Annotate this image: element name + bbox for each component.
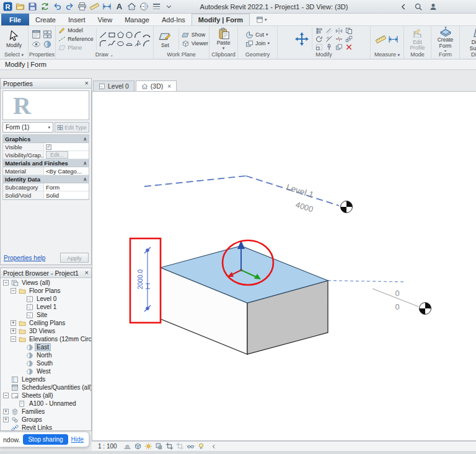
open-icon[interactable] xyxy=(15,1,25,12)
browser-item-sheets-all[interactable]: −Sheets (all) xyxy=(1,391,91,399)
dimension-icon[interactable] xyxy=(102,1,112,12)
sun-path-icon[interactable] xyxy=(144,442,153,451)
browser-item-level-0[interactable]: Level 0 xyxy=(1,295,91,303)
shadows-icon[interactable] xyxy=(155,442,164,451)
redo-icon[interactable] xyxy=(64,1,75,12)
tangent-arc-icon[interactable] xyxy=(143,31,151,39)
mirror-icon[interactable] xyxy=(335,27,344,35)
panel-label-select[interactable]: Select ▾ xyxy=(1,51,27,59)
level-0-head[interactable] xyxy=(420,303,431,315)
browser-item-east[interactable]: East xyxy=(1,343,91,351)
text-icon[interactable]: A xyxy=(114,1,125,12)
browser-item-groups[interactable]: +Groups xyxy=(1,416,91,424)
property-value[interactable]: <By Catego... xyxy=(44,167,89,175)
show-work-plane-button[interactable]: Show xyxy=(182,31,208,39)
collapse-icon[interactable]: − xyxy=(3,393,9,398)
materials-icon[interactable] xyxy=(42,40,53,49)
properties-help-link[interactable]: Properties help xyxy=(4,255,45,261)
divide-surface-button[interactable]: Divide Surface xyxy=(467,27,476,51)
crop-view-icon[interactable] xyxy=(165,442,174,451)
expand-icon[interactable]: + xyxy=(11,320,16,326)
reveal-hidden-icon[interactable] xyxy=(197,442,206,451)
properties-icon[interactable] xyxy=(31,30,42,39)
stop-sharing-button[interactable]: Stop sharing xyxy=(23,434,68,445)
browser-item-families[interactable]: +Families xyxy=(1,408,91,416)
temporary-hide-icon[interactable] xyxy=(187,442,195,451)
browser-item-west[interactable]: West xyxy=(1,367,91,375)
join-geometry-icon[interactable] xyxy=(335,43,344,51)
browser-item-views-all[interactable]: −Views (all) xyxy=(1,279,91,287)
sync-icon[interactable] xyxy=(40,1,50,12)
create-form-button[interactable]: Create Form ▾ xyxy=(433,27,458,51)
scale-button[interactable]: 1 : 100 xyxy=(98,443,117,450)
expand-icon[interactable]: + xyxy=(3,409,9,414)
ribbon-tab-add-ins[interactable]: Add-Ins xyxy=(156,14,192,25)
spot-elevation-top[interactable]: 0 xyxy=(395,289,399,298)
property-value[interactable]: Edit... xyxy=(44,151,89,159)
type-selector[interactable]: Form (1) ▾ xyxy=(2,122,53,133)
browser-item-site[interactable]: Site xyxy=(1,311,91,319)
panel-label-form[interactable]: Form xyxy=(432,51,459,59)
spot-elevation-bottom[interactable]: 0 xyxy=(395,302,399,312)
paste-button[interactable]: Paste ▾ xyxy=(211,27,236,51)
ribbon-tab-view[interactable]: View xyxy=(92,14,119,25)
dimension-2000[interactable]: 2000.0 xyxy=(136,247,151,312)
collapse-icon[interactable]: ∧ xyxy=(83,136,87,142)
home-3d-icon[interactable] xyxy=(126,1,137,12)
ribbon-tab-file[interactable]: File xyxy=(1,14,29,25)
revit-logo-icon[interactable]: R xyxy=(2,1,13,12)
copy-icon[interactable] xyxy=(345,27,354,35)
search-icon[interactable] xyxy=(413,2,423,11)
align-icon[interactable] xyxy=(315,27,324,35)
level-1-elevation[interactable]: 4000 xyxy=(294,200,314,214)
dimension-icon[interactable] xyxy=(388,34,399,45)
offset-icon[interactable] xyxy=(325,27,334,35)
panel-label-geometry[interactable]: Geometry xyxy=(239,51,276,59)
fillet-arc-icon[interactable] xyxy=(99,40,107,48)
property-value[interactable]: Solid xyxy=(44,191,89,199)
dropdown-icon[interactable] xyxy=(164,1,174,12)
property-group-materials-and-finishes[interactable]: Materials and Finishes∧ xyxy=(3,159,89,167)
drawing-area[interactable]: Level 1 4000 0 0 xyxy=(92,91,476,441)
half-ellipse-icon[interactable] xyxy=(125,40,133,48)
level-1-label[interactable]: Level 1 xyxy=(285,182,315,200)
chevron-left-icon[interactable] xyxy=(211,443,217,450)
browser-item-a100-unnamed[interactable]: A100 - Unnamed xyxy=(1,399,91,408)
checkbox[interactable]: ✓ xyxy=(46,144,51,150)
browser-item-revit-links[interactable]: Revit Links xyxy=(1,424,91,430)
ribbon-display-options[interactable]: ▾ xyxy=(253,14,270,25)
modify-button[interactable]: Modify xyxy=(2,30,27,48)
browser-item-floor-plans[interactable]: −Floor Plans xyxy=(1,287,91,295)
join-geometry-button[interactable]: Join ▾ xyxy=(245,40,270,48)
property-group-identity-data[interactable]: Identity Data∧ xyxy=(3,175,89,183)
rectangle-icon[interactable] xyxy=(108,31,116,39)
rotate-icon[interactable] xyxy=(315,35,324,43)
line-icon[interactable] xyxy=(99,31,107,39)
collapse-icon[interactable]: − xyxy=(3,280,9,286)
browser-item-ceiling-plans[interactable]: +Ceiling Plans xyxy=(1,319,91,327)
close-icon[interactable]: × xyxy=(85,269,89,276)
thin-lines-icon[interactable] xyxy=(151,1,162,12)
set-work-plane-button[interactable]: Set xyxy=(154,30,176,48)
browser-item-south[interactable]: South xyxy=(1,359,91,367)
project-browser-header[interactable]: Project Browser - Project1 × xyxy=(1,268,91,278)
browser-item-elevations-12mm-circle[interactable]: −Elevations (12mm Circle) xyxy=(1,335,91,343)
model-line-button[interactable]: Model xyxy=(58,27,94,35)
split-icon[interactable] xyxy=(335,35,344,43)
ellipse-icon[interactable] xyxy=(117,40,125,48)
hide-link[interactable]: Hide xyxy=(71,436,84,443)
crop-visibility-icon[interactable] xyxy=(176,442,185,451)
panel-label-mode[interactable]: Mode xyxy=(405,51,430,59)
expand-icon[interactable]: + xyxy=(3,417,9,422)
reference-line-button[interactable]: Reference xyxy=(58,35,94,43)
spline-icon[interactable] xyxy=(108,40,116,48)
browser-item-level-1[interactable]: Level 1 xyxy=(1,303,91,311)
property-value[interactable]: ✓ xyxy=(44,143,89,151)
print-icon[interactable] xyxy=(77,1,87,12)
collapse-icon[interactable]: − xyxy=(11,288,16,294)
user-icon[interactable] xyxy=(428,2,438,11)
paste-dropdown-icon[interactable]: ▾ xyxy=(223,46,225,51)
cut-geometry-button[interactable]: Cut ▾ xyxy=(245,31,270,39)
family-types-icon[interactable] xyxy=(42,30,53,39)
panel-label-measure[interactable]: Measure ▾ xyxy=(371,51,403,59)
